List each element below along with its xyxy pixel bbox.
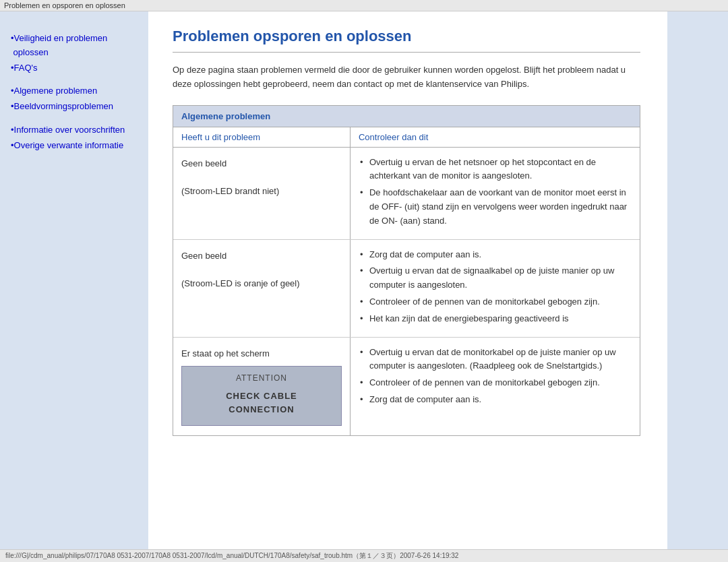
- title-divider: [173, 52, 640, 53]
- page-title: Problemen opsporen en oplossen: [173, 28, 640, 45]
- problem-cell-2: Geen beeld (Stroom-LED is oranje of geel…: [173, 240, 351, 337]
- table-row: Geen beeld (Stroom-LED brandt niet) Over…: [173, 148, 640, 240]
- attention-body: CHECK CABLE CONNECTION: [193, 389, 330, 418]
- problem-cell-3: Er staat op het scherm ATTENTION CHECK C…: [173, 338, 351, 436]
- attention-title: ATTENTION: [193, 372, 330, 385]
- problem-text-2b: (Stroom-LED is oranje of geel): [181, 278, 300, 288]
- list-item: Het kan zijn dat de energiebesparing gea…: [360, 312, 630, 326]
- nav-group-1: •Veiligheid en problemen oplossen •FAQ's: [11, 32, 138, 75]
- solution-cell-2: Zorg dat de computer aan is. Overtuig u …: [351, 240, 640, 337]
- solution-cell-1: Overtuig u ervan de het netsnoer op het …: [351, 148, 640, 239]
- list-item: Zorg dat de computer aan is.: [360, 393, 630, 407]
- list-item: Controleer of de pennen van de monitorka…: [360, 376, 630, 390]
- sidebar: •Veiligheid en problemen oplossen •FAQ's…: [0, 11, 148, 549]
- solution-list-3: Overtuig u ervan dat de monitorkabel op …: [360, 346, 630, 407]
- main-layout: •Veiligheid en problemen oplossen •FAQ's…: [0, 11, 728, 549]
- list-item: Overtuig u ervan de het netsnoer op het …: [360, 156, 630, 184]
- problems-table: Algemene problemen Heeft u dit probleem …: [173, 105, 640, 437]
- problem-text-2a: Geen beeld: [181, 251, 226, 261]
- sidebar-link-overige[interactable]: •Overige verwante informatie: [11, 139, 138, 153]
- status-bar-text: file:///G|/cdm_anual/philips/07/170A8 05…: [5, 551, 458, 561]
- nav-group-2: •Algemene problemen •Beeldvormingsproble…: [11, 84, 138, 114]
- list-item: Overtuig u ervan dat de monitorkabel op …: [360, 346, 630, 374]
- col-header-problem: Heeft u dit probleem: [173, 127, 351, 147]
- table-row: Geen beeld (Stroom-LED is oranje of geel…: [173, 240, 640, 338]
- solution-list-2: Zorg dat de computer aan is. Overtuig u …: [360, 248, 630, 326]
- problem-cell-1: Geen beeld (Stroom-LED brandt niet): [173, 148, 351, 239]
- col-header-solution: Controleer dan dit: [351, 127, 640, 147]
- content-area: Problemen opsporen en oplossen Op deze p…: [148, 11, 667, 549]
- sidebar-link-algemene[interactable]: •Algemene problemen: [11, 84, 138, 98]
- list-item: Overtuig u ervan dat de signaalkabel op …: [360, 264, 630, 292]
- col-headers: Heeft u dit probleem Controleer dan dit: [173, 127, 640, 148]
- title-bar: Problemen en opsporen en oplossen: [0, 0, 728, 11]
- status-bar: file:///G|/cdm_anual/philips/07/170A8 05…: [0, 549, 728, 562]
- sidebar-link-beeldvormings[interactable]: •Beeldvormingsproblemen: [11, 100, 138, 114]
- sidebar-link-informatie[interactable]: •Informatie over voorschriften: [11, 123, 138, 137]
- table-header: Algemene problemen: [173, 106, 640, 127]
- title-bar-text: Problemen en opsporen en oplossen: [4, 1, 125, 9]
- solution-cell-3: Overtuig u ervan dat de monitorkabel op …: [351, 338, 640, 436]
- table-row: Er staat op het scherm ATTENTION CHECK C…: [173, 338, 640, 436]
- sidebar-link-veiligheid[interactable]: •Veiligheid en problemen oplossen: [11, 32, 138, 60]
- list-item: Controleer of de pennen van de monitorka…: [360, 295, 630, 309]
- problem-text-1b: (Stroom-LED brandt niet): [181, 186, 279, 196]
- right-panel: [667, 11, 728, 549]
- nav-group-3: •Informatie over voorschriften •Overige …: [11, 123, 138, 153]
- solution-list-1: Overtuig u ervan de het netsnoer op het …: [360, 156, 630, 228]
- list-item: De hoofdschakelaar aan de voorkant van d…: [360, 186, 630, 228]
- problem-text-1a: Geen beeld: [181, 158, 226, 168]
- problem-text-3: Er staat op het scherm: [181, 348, 270, 358]
- list-item: Zorg dat de computer aan is.: [360, 248, 630, 262]
- intro-text: Op deze pagina staan problemen vermeld d…: [173, 63, 640, 92]
- sidebar-link-faqs[interactable]: •FAQ's: [11, 61, 138, 75]
- attention-box: ATTENTION CHECK CABLE CONNECTION: [181, 366, 342, 426]
